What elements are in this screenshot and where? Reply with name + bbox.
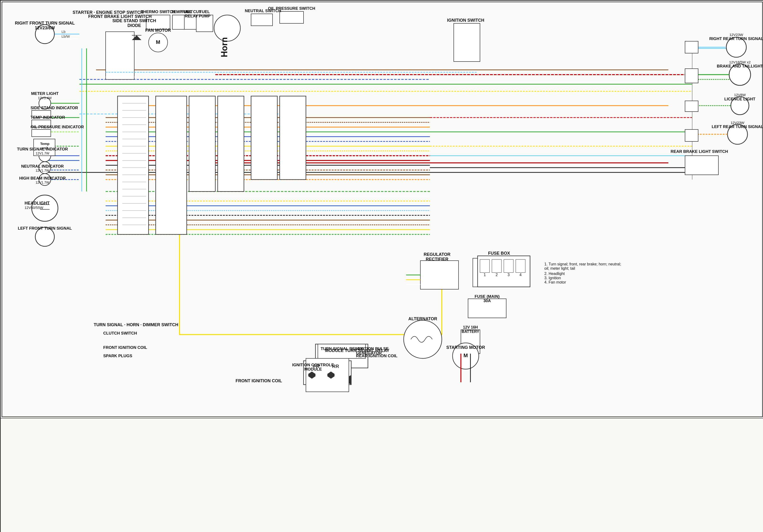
svg-text:Lb/W: Lb/W: [61, 34, 70, 39]
svg-text:TEMP INDICATOR: TEMP INDICATOR: [31, 115, 65, 120]
svg-text:12V1.7W: 12V1.7W: [36, 152, 50, 155]
svg-text:NEUTRAL INDICATOR: NEUTRAL INDICATOR: [21, 164, 64, 168]
svg-text:DIODE: DIODE: [127, 23, 141, 28]
svg-text:LEFT FRONT TURN SIGNAL: LEFT FRONT TURN SIGNAL: [18, 226, 72, 231]
svg-text:3. Ignition: 3. Ignition: [544, 276, 561, 280]
legend-area: Switch Continuity Ignition Switch BAT IG…: [1, 418, 763, 532]
svg-text:12V1.7W: 12V1.7W: [36, 180, 50, 184]
svg-text:METER LIGHT: METER LIGHT: [31, 91, 59, 96]
svg-text:SIDE STAND INDICATOR: SIDE STAND INDICATOR: [31, 106, 78, 110]
svg-text:12V23W: 12V23W: [729, 33, 743, 37]
svg-text:oil; meter light; tail: oil; meter light; tail: [544, 266, 575, 270]
svg-text:RELAY: RELAY: [185, 14, 198, 18]
svg-text:M: M: [464, 353, 468, 359]
svg-rect-118: [118, 96, 149, 234]
svg-text:Lb: Lb: [61, 30, 65, 34]
svg-text:30A: 30A: [483, 298, 491, 303]
svg-text:FUEL CUT: FUEL CUT: [181, 10, 201, 14]
svg-text:1: 1: [484, 273, 486, 277]
svg-rect-113: [516, 260, 525, 272]
svg-text:12V50/55W: 12V50/55W: [25, 206, 44, 210]
svg-text:CLUTCH SWITCH: CLUTCH SWITCH: [103, 331, 137, 336]
svg-rect-104: [685, 101, 698, 112]
svg-rect-27: [454, 23, 480, 61]
svg-text:3: 3: [508, 273, 510, 277]
svg-text:FRONT IGNITION COIL: FRONT IGNITION COIL: [236, 378, 282, 383]
svg-text:12V1.7W: 12V1.7W: [36, 168, 50, 172]
svg-text:IGNITION CONTROLE: IGNITION CONTROLE: [292, 363, 334, 367]
svg-text:BRAKE AND TAILLIGHT: BRAKE AND TAILLIGHT: [717, 64, 763, 68]
svg-text:M: M: [156, 39, 160, 45]
svg-text:REGULATOR: REGULATOR: [424, 252, 450, 257]
svg-text:RECTIFIER: RECTIFIER: [426, 257, 448, 262]
svg-rect-61: [280, 11, 303, 23]
svg-rect-147: [280, 96, 306, 179]
svg-rect-146: [251, 96, 277, 179]
svg-text:2: 2: [496, 273, 498, 277]
svg-point-35: [404, 320, 442, 359]
svg-text:RIGHT REAR TURN SIGNAL: RIGHT REAR TURN SIGNAL: [709, 37, 763, 41]
svg-text:BATTERY: BATTERY: [462, 330, 479, 334]
wiring-diagram: M: [1, 1, 763, 418]
svg-rect-106: [685, 156, 718, 175]
svg-text:OIL PRESSURE INDICATOR: OIL PRESSURE INDICATOR: [31, 125, 84, 129]
svg-text:TURN SIGNAL · HORN · DIMMER SW: TURN SIGNAL · HORN · DIMMER SWITCH: [94, 322, 178, 327]
svg-rect-111: [492, 260, 501, 272]
svg-text:STARTING MOTOR: STARTING MOTOR: [446, 345, 485, 350]
svg-text:12V8W: 12V8W: [734, 93, 746, 97]
svg-text:PUMP: PUMP: [199, 14, 210, 18]
svg-rect-34: [420, 261, 459, 289]
svg-text:SIDE STAND SWITCH: SIDE STAND SWITCH: [112, 18, 156, 23]
svg-text:12V23/8W: 12V23/8W: [35, 26, 55, 30]
svg-rect-49: [32, 130, 51, 137]
svg-text:HEADLIGHT: HEADLIGHT: [25, 201, 50, 206]
svg-text:FUSE (MAIN): FUSE (MAIN): [475, 294, 500, 299]
svg-text:LEFT REAR TURN SIGNAL: LEFT REAR TURN SIGNAL: [712, 125, 763, 129]
svg-rect-137: [156, 96, 187, 234]
main-container: M: [0, 0, 763, 532]
svg-rect-112: [504, 260, 513, 272]
svg-text:4: 4: [519, 273, 522, 277]
svg-text:OIL PRESSURE SWITCH: OIL PRESSURE SWITCH: [268, 6, 315, 11]
svg-text:IGNITION SWITCH: IGNITION SWITCH: [447, 18, 484, 23]
svg-text:SPARK PLUGS: SPARK PLUGS: [103, 354, 132, 358]
svg-text:REAR BRAKE LIGHT SWITCH: REAR BRAKE LIGHT SWITCH: [671, 149, 728, 154]
svg-text:FUSE BOX: FUSE BOX: [488, 251, 510, 256]
svg-text:HIGH BEAM INDICATOR: HIGH BEAM INDICATOR: [19, 176, 66, 180]
svg-text:MODULE TURN SIGNAL RELAY: MODULE TURN SIGNAL RELAY: [325, 348, 389, 353]
svg-text:FRONT BRAKE LIGHT SWITCH: FRONT BRAKE LIGHT SWITCH: [88, 14, 152, 19]
svg-rect-60: [251, 14, 272, 26]
svg-text:LICENCE LIGHT: LICENCE LIGHT: [724, 97, 756, 101]
svg-text:12V23W: 12V23W: [730, 121, 744, 125]
svg-text:12V 16H: 12V 16H: [463, 325, 478, 329]
svg-text:12V3.4W: 12V3.4W: [38, 96, 52, 100]
svg-text:TURN SIGNAL INDICATOR: TURN SIGNAL INDICATOR: [17, 147, 68, 152]
svg-text:1. Turn signal; front, rear br: 1. Turn signal; front, rear brake; horn;…: [544, 262, 621, 266]
svg-rect-110: [480, 260, 490, 272]
svg-text:2. Headlight: 2. Headlight: [544, 271, 565, 276]
svg-text:RIGHT FRONT TURN SIGNAL: RIGHT FRONT TURN SIGNAL: [15, 21, 75, 26]
svg-rect-144: [189, 96, 215, 191]
svg-text:4. Fan motor: 4. Fan motor: [544, 280, 566, 284]
svg-text:Horn: Horn: [219, 37, 229, 57]
svg-text:Temp: Temp: [40, 142, 50, 146]
svg-rect-145: [218, 96, 244, 191]
svg-rect-105: [685, 130, 698, 142]
svg-text:ALTERNATOR: ALTERNATOR: [408, 316, 437, 321]
svg-text:FAN MOTOR: FAN MOTOR: [145, 28, 171, 33]
svg-text:12V18/5W x2: 12V18/5W x2: [729, 60, 751, 64]
svg-text:STARTER · ENGINE STOP SWITCH: STARTER · ENGINE STOP SWITCH: [72, 10, 143, 15]
svg-rect-103: [685, 69, 698, 83]
svg-rect-102: [685, 41, 698, 53]
svg-text:FRONT IGNITION COIL: FRONT IGNITION COIL: [103, 345, 147, 350]
svg-text:MODULE: MODULE: [304, 367, 322, 372]
svg-text:THERMO SWITCH: THERMO SWITCH: [141, 10, 175, 14]
